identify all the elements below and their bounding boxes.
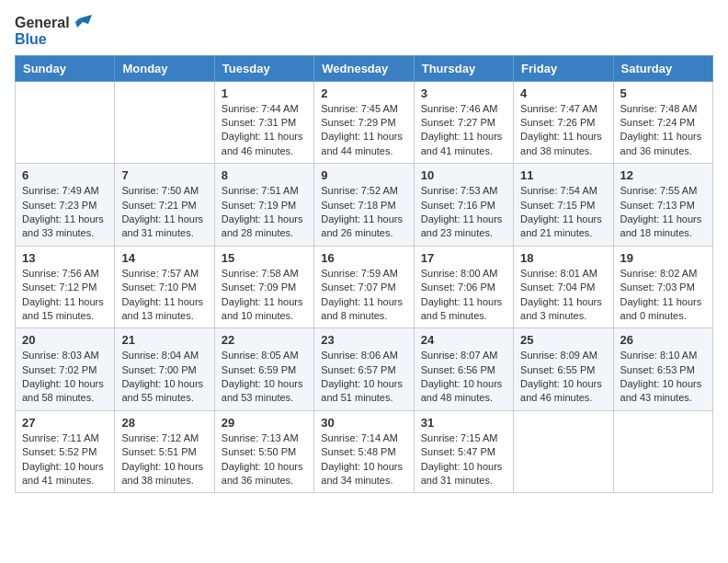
calendar-cell: 23Sunrise: 8:06 AMSunset: 6:57 PMDayligh… <box>314 328 414 411</box>
day-number: 28 <box>121 416 207 430</box>
calendar-cell: 1Sunrise: 7:44 AMSunset: 7:31 PMDaylight… <box>214 81 313 164</box>
logo-bird-icon <box>72 15 92 31</box>
day-number: 31 <box>421 416 506 430</box>
calendar-cell: 7Sunrise: 7:50 AMSunset: 7:21 PMDaylight… <box>115 164 214 247</box>
day-header-thursday: Thursday <box>414 55 513 81</box>
calendar-cell: 20Sunrise: 8:03 AMSunset: 7:02 PMDayligh… <box>16 328 115 411</box>
day-number: 17 <box>421 251 506 265</box>
cell-content: Sunrise: 7:52 AMSunset: 7:18 PMDaylight:… <box>321 185 403 238</box>
day-number: 30 <box>321 416 406 430</box>
cell-content: Sunrise: 7:51 AMSunset: 7:19 PMDaylight:… <box>222 185 303 238</box>
cell-content: Sunrise: 7:55 AMSunset: 7:13 PMDaylight:… <box>620 185 702 238</box>
cell-content: Sunrise: 7:54 AMSunset: 7:15 PMDaylight:… <box>520 185 602 238</box>
day-number: 27 <box>22 416 108 430</box>
cell-content: Sunrise: 7:44 AMSunset: 7:31 PMDaylight:… <box>222 103 303 156</box>
cell-content: Sunrise: 7:56 AMSunset: 7:12 PMDaylight:… <box>22 268 104 321</box>
cell-content: Sunrise: 8:10 AMSunset: 6:53 PMDaylight:… <box>620 350 702 403</box>
day-number: 10 <box>421 168 506 182</box>
calendar-cell: 22Sunrise: 8:05 AMSunset: 6:59 PMDayligh… <box>214 328 313 411</box>
day-header-wednesday: Wednesday <box>314 55 414 81</box>
day-number: 29 <box>222 416 307 430</box>
day-number: 18 <box>520 251 606 265</box>
calendar-cell: 18Sunrise: 8:01 AMSunset: 7:04 PMDayligh… <box>514 246 613 328</box>
day-header-tuesday: Tuesday <box>214 55 313 81</box>
calendar-cell: 5Sunrise: 7:48 AMSunset: 7:24 PMDaylight… <box>613 81 712 164</box>
cell-content: Sunrise: 8:02 AMSunset: 7:03 PMDaylight:… <box>620 268 702 321</box>
day-number: 15 <box>222 251 307 265</box>
day-number: 3 <box>421 86 506 100</box>
calendar-cell: 6Sunrise: 7:49 AMSunset: 7:23 PMDaylight… <box>16 164 115 247</box>
cell-content: Sunrise: 8:07 AMSunset: 6:56 PMDaylight:… <box>421 350 503 403</box>
calendar-cell: 31Sunrise: 7:15 AMSunset: 5:47 PMDayligh… <box>414 410 513 493</box>
cell-content: Sunrise: 8:09 AMSunset: 6:55 PMDaylight:… <box>520 350 602 403</box>
cell-content: Sunrise: 7:11 AMSunset: 5:52 PMDaylight:… <box>22 432 104 486</box>
calendar-cell <box>514 410 613 493</box>
day-header-friday: Friday <box>514 55 613 81</box>
logo: General Blue <box>15 15 92 48</box>
week-row-5: 27Sunrise: 7:11 AMSunset: 5:52 PMDayligh… <box>16 410 713 493</box>
calendar-cell: 28Sunrise: 7:12 AMSunset: 5:51 PMDayligh… <box>115 410 214 493</box>
calendar-cell: 9Sunrise: 7:52 AMSunset: 7:18 PMDaylight… <box>314 164 414 247</box>
day-number: 26 <box>620 333 706 347</box>
day-number: 12 <box>620 168 706 182</box>
cell-content: Sunrise: 8:06 AMSunset: 6:57 PMDaylight:… <box>321 350 403 403</box>
calendar-cell: 12Sunrise: 7:55 AMSunset: 7:13 PMDayligh… <box>613 164 712 247</box>
day-number: 8 <box>222 168 307 182</box>
cell-content: Sunrise: 7:12 AMSunset: 5:51 PMDaylight:… <box>121 432 203 486</box>
calendar-cell: 29Sunrise: 7:13 AMSunset: 5:50 PMDayligh… <box>214 410 313 493</box>
cell-content: Sunrise: 7:47 AMSunset: 7:26 PMDaylight:… <box>520 103 602 156</box>
day-number: 4 <box>520 86 606 100</box>
logo-text-blue: Blue <box>15 31 47 48</box>
calendar-cell: 30Sunrise: 7:14 AMSunset: 5:48 PMDayligh… <box>314 410 414 493</box>
calendar-cell: 3Sunrise: 7:46 AMSunset: 7:27 PMDaylight… <box>414 81 513 164</box>
calendar-cell: 15Sunrise: 7:58 AMSunset: 7:09 PMDayligh… <box>214 246 313 328</box>
day-number: 16 <box>321 251 406 265</box>
cell-content: Sunrise: 8:01 AMSunset: 7:04 PMDaylight:… <box>520 268 602 321</box>
day-header-sunday: Sunday <box>16 55 115 81</box>
calendar-cell: 8Sunrise: 7:51 AMSunset: 7:19 PMDaylight… <box>214 164 313 247</box>
logo-container: General Blue <box>15 15 92 48</box>
calendar-cell: 26Sunrise: 8:10 AMSunset: 6:53 PMDayligh… <box>613 328 712 411</box>
cell-content: Sunrise: 7:58 AMSunset: 7:09 PMDaylight:… <box>222 268 303 321</box>
day-number: 21 <box>121 333 207 347</box>
cell-content: Sunrise: 7:57 AMSunset: 7:10 PMDaylight:… <box>121 268 203 321</box>
calendar-cell <box>115 81 214 164</box>
cell-content: Sunrise: 7:59 AMSunset: 7:07 PMDaylight:… <box>321 268 403 321</box>
day-number: 19 <box>620 251 706 265</box>
calendar-cell: 19Sunrise: 8:02 AMSunset: 7:03 PMDayligh… <box>613 246 712 328</box>
calendar-cell: 27Sunrise: 7:11 AMSunset: 5:52 PMDayligh… <box>16 410 115 493</box>
calendar-cell: 17Sunrise: 8:00 AMSunset: 7:06 PMDayligh… <box>414 246 513 328</box>
page-header: General Blue <box>15 15 713 48</box>
cell-content: Sunrise: 7:49 AMSunset: 7:23 PMDaylight:… <box>22 185 104 238</box>
cell-content: Sunrise: 8:05 AMSunset: 6:59 PMDaylight:… <box>222 350 303 403</box>
cell-content: Sunrise: 7:45 AMSunset: 7:29 PMDaylight:… <box>321 103 403 156</box>
cell-content: Sunrise: 8:03 AMSunset: 7:02 PMDaylight:… <box>22 350 104 403</box>
cell-content: Sunrise: 7:53 AMSunset: 7:16 PMDaylight:… <box>421 185 503 238</box>
day-number: 11 <box>520 168 606 182</box>
calendar-cell <box>16 81 115 164</box>
cell-content: Sunrise: 7:13 AMSunset: 5:50 PMDaylight:… <box>222 432 303 486</box>
day-header-saturday: Saturday <box>613 55 712 81</box>
calendar-cell: 2Sunrise: 7:45 AMSunset: 7:29 PMDaylight… <box>314 81 414 164</box>
calendar-cell: 16Sunrise: 7:59 AMSunset: 7:07 PMDayligh… <box>314 246 414 328</box>
cell-content: Sunrise: 8:04 AMSunset: 7:00 PMDaylight:… <box>121 350 203 403</box>
week-row-2: 6Sunrise: 7:49 AMSunset: 7:23 PMDaylight… <box>16 164 713 247</box>
day-number: 23 <box>321 333 406 347</box>
week-row-3: 13Sunrise: 7:56 AMSunset: 7:12 PMDayligh… <box>16 246 713 328</box>
calendar-table: SundayMondayTuesdayWednesdayThursdayFrid… <box>15 55 713 494</box>
day-number: 13 <box>22 251 108 265</box>
calendar-cell: 14Sunrise: 7:57 AMSunset: 7:10 PMDayligh… <box>115 246 214 328</box>
cell-content: Sunrise: 7:14 AMSunset: 5:48 PMDaylight:… <box>321 432 403 486</box>
day-number: 14 <box>121 251 207 265</box>
day-number: 9 <box>321 168 406 182</box>
calendar-cell <box>613 410 712 493</box>
cell-content: Sunrise: 7:15 AMSunset: 5:47 PMDaylight:… <box>421 432 503 486</box>
day-number: 24 <box>421 333 506 347</box>
header-row: SundayMondayTuesdayWednesdayThursdayFrid… <box>16 55 713 81</box>
day-number: 6 <box>22 168 108 182</box>
logo-text-general: General <box>15 15 70 31</box>
cell-content: Sunrise: 7:46 AMSunset: 7:27 PMDaylight:… <box>421 103 503 156</box>
cell-content: Sunrise: 7:48 AMSunset: 7:24 PMDaylight:… <box>620 103 702 156</box>
week-row-1: 1Sunrise: 7:44 AMSunset: 7:31 PMDaylight… <box>16 81 713 164</box>
day-number: 20 <box>22 333 108 347</box>
